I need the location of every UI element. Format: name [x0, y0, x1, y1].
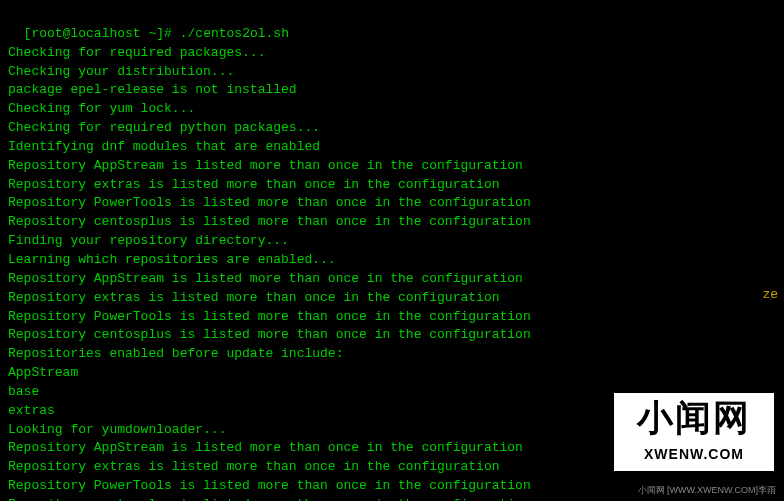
watermark-url: XWENW.COM — [614, 444, 774, 464]
output-line: Repository centosplus is listed more tha… — [8, 326, 776, 345]
output-line: Checking for required packages... — [8, 44, 776, 63]
output-line: Repository extras is listed more than on… — [8, 176, 776, 195]
shell-prompt[interactable]: [root@localhost ~]# ./centos2ol.sh — [8, 6, 776, 44]
bottom-attribution: 小闻网 [WWW.XWENW.COM]李雨 — [638, 484, 777, 497]
output-line: Checking your distribution... — [8, 63, 776, 82]
output-line: Checking for yum lock... — [8, 100, 776, 119]
watermark-title: 小闻网 — [614, 395, 774, 442]
truncated-fragment: ze — [762, 286, 778, 305]
output-line: Repository PowerTools is listed more tha… — [8, 308, 776, 327]
output-line: Finding your repository directory... — [8, 232, 776, 251]
prompt-command: ./centos2ol.sh — [172, 26, 289, 41]
prompt-close-bracket: ] — [156, 26, 164, 41]
output-line: Identifying dnf modules that are enabled — [8, 138, 776, 157]
output-line: Repository AppStream is listed more than… — [8, 157, 776, 176]
output-line: AppStream — [8, 364, 776, 383]
watermark-badge: 小闻网 XWENW.COM — [612, 391, 776, 473]
output-line: Repositories enabled before update inclu… — [8, 345, 776, 364]
output-line: Repository AppStream is listed more than… — [8, 270, 776, 289]
prompt-host: localhost — [70, 26, 140, 41]
output-line: Checking for required python packages... — [8, 119, 776, 138]
output-line: Learning which repositories are enabled.… — [8, 251, 776, 270]
output-line: package epel-release is not installed — [8, 81, 776, 100]
prompt-user: root — [31, 26, 62, 41]
output-line: Repository centosplus is listed more tha… — [8, 213, 776, 232]
prompt-hash: # — [164, 26, 172, 41]
output-line: Repository PowerTools is listed more tha… — [8, 194, 776, 213]
output-line: Repository extras is listed more than on… — [8, 289, 776, 308]
